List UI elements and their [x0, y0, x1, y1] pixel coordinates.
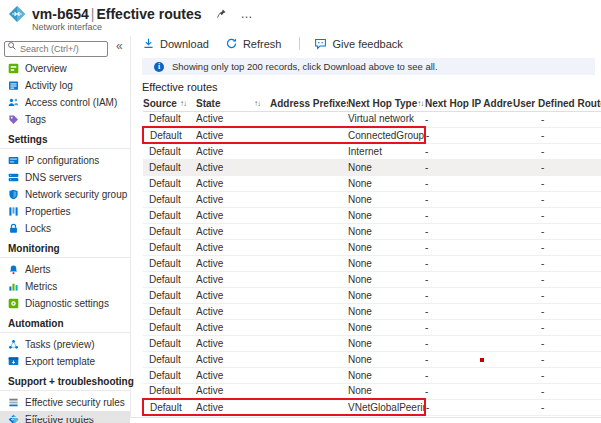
cell-next-hop-ip-address: -: [425, 143, 513, 159]
cell-address-prefixes: [270, 399, 348, 415]
cell-next-hop-type: None: [348, 351, 425, 367]
cell-state: Active: [196, 287, 270, 303]
cell-next-hop-ip-address: -: [425, 399, 513, 415]
cell-user-defined-route-name: -: [513, 111, 601, 127]
sidebar-item-access-control-iam[interactable]: Access control (IAM): [0, 94, 130, 111]
cell-next-hop-type: None: [348, 319, 425, 335]
sidebar-item-activity-log[interactable]: Activity log: [0, 77, 130, 94]
sidebar-item-locks[interactable]: Locks: [0, 220, 130, 237]
table-row: Default Active None - -: [143, 383, 601, 399]
table-row: Default Active None - -: [143, 191, 601, 207]
cell-source: Default: [143, 287, 196, 303]
cell-source: Default: [143, 207, 196, 223]
feedback-icon: [314, 37, 327, 50]
cell-user-defined-route-name: -: [513, 159, 601, 175]
cell-state: Active: [196, 335, 270, 351]
table-row: Default Active Virtual network - -: [143, 111, 601, 127]
column-header[interactable]: Address Prefixes ↑↓: [270, 96, 348, 111]
cell-source: Default: [143, 111, 196, 127]
column-header-label: Source: [143, 98, 177, 109]
cell-user-defined-route-name: -: [513, 399, 601, 415]
table-row: Default Active None - -: [143, 351, 601, 367]
resource-type-label: Network interface: [32, 22, 601, 32]
table-header-row: Source ↑↓ State ↑↓ Address Pre: [143, 96, 601, 111]
sidebar-item-alerts[interactable]: Alerts: [0, 261, 130, 278]
cell-address-prefixes: [270, 127, 348, 143]
cell-state: Active: [196, 159, 270, 175]
cell-source: Default: [143, 367, 196, 383]
column-header[interactable]: Source ↑↓: [143, 96, 196, 111]
sidebar-item-dns-servers[interactable]: DNS servers: [0, 169, 130, 186]
cell-state: Active: [196, 143, 270, 159]
column-header[interactable]: User Defined Route Name ↑↓: [513, 96, 601, 111]
table-row: Default Active None - -: [143, 287, 601, 303]
cell-address-prefixes: [270, 255, 348, 271]
cell-next-hop-ip-address: -: [425, 287, 513, 303]
column-header[interactable]: Next Hop IP Address ↑↓: [425, 96, 513, 111]
cell-address-prefixes: [270, 335, 348, 351]
sidebar-item-effective-security-rules[interactable]: Effective security rules: [0, 394, 130, 411]
export-template-icon: [8, 356, 19, 367]
cell-source: Default: [143, 255, 196, 271]
sort-icon[interactable]: ↑↓: [180, 99, 186, 108]
cell-next-hop-type: VNetGlobalPeering: [348, 399, 425, 415]
cell-next-hop-type: None: [348, 303, 425, 319]
table-row: Default Active None - -: [143, 207, 601, 223]
cell-next-hop-ip-address: -: [425, 351, 513, 367]
cell-state: Active: [196, 399, 270, 415]
activity-log-icon: [8, 80, 19, 91]
cell-address-prefixes: [270, 383, 348, 399]
ip-configurations-icon: [8, 155, 19, 166]
sidebar-item-properties[interactable]: Properties: [0, 203, 130, 220]
pin-icon[interactable]: [216, 8, 227, 21]
sidebar-item-ip-configurations[interactable]: IP configurations: [0, 152, 130, 169]
cell-address-prefixes: [270, 239, 348, 255]
column-header[interactable]: State ↑↓: [196, 96, 270, 111]
sort-icon[interactable]: ↑↓: [417, 99, 423, 108]
sidebar-item-metrics[interactable]: Metrics: [0, 278, 130, 295]
cell-state: Active: [196, 383, 270, 399]
column-header[interactable]: Next Hop Type ↑↓: [348, 96, 425, 111]
info-icon: i: [154, 62, 164, 72]
cell-next-hop-type: Internet: [348, 143, 425, 159]
download-button[interactable]: Download: [142, 37, 209, 50]
cell-user-defined-route-name: -: [513, 255, 601, 271]
sidebar-item-label: Alerts: [25, 264, 51, 275]
sidebar-item-tasks-preview[interactable]: Tasks (preview): [0, 336, 130, 353]
sidebar-item-tags[interactable]: Tags: [0, 111, 130, 128]
cell-user-defined-route-name: -: [513, 287, 601, 303]
cell-source: Default: [143, 351, 196, 367]
sidebar-item-label: Network security group: [25, 189, 127, 200]
sidebar-item-export-template[interactable]: Export template: [0, 353, 130, 370]
cell-next-hop-type: ConnectedGroup: [348, 127, 425, 143]
sidebar-item-label: IP configurations: [25, 155, 99, 166]
main-content: Download Refresh Give feedback i Showing…: [142, 36, 601, 416]
more-menu-icon[interactable]: …: [241, 8, 253, 20]
cell-state: Active: [196, 111, 270, 127]
sidebar-item-network-security-group[interactable]: Network security group: [0, 186, 130, 203]
cell-source: Default: [143, 127, 196, 143]
sidebar-item-overview[interactable]: Overview: [0, 60, 130, 77]
give-feedback-button[interactable]: Give feedback: [314, 37, 402, 50]
cell-source: Default: [143, 159, 196, 175]
cell-next-hop-ip-address: -: [425, 191, 513, 207]
tags-icon: [8, 114, 19, 125]
cell-address-prefixes: [270, 143, 348, 159]
cell-user-defined-route-name: -: [513, 383, 601, 399]
cell-source: Default: [143, 191, 196, 207]
collapse-menu-icon[interactable]: «: [116, 39, 123, 53]
search-input[interactable]: [4, 41, 108, 57]
cell-next-hop-ip-address: -: [425, 367, 513, 383]
refresh-button[interactable]: Refresh: [225, 37, 282, 50]
refresh-label: Refresh: [243, 38, 282, 50]
sidebar-item-diagnostic-settings[interactable]: Diagnostic settings: [0, 295, 130, 312]
cell-next-hop-type: None: [348, 159, 425, 175]
cell-source: Default: [143, 239, 196, 255]
cell-next-hop-type: None: [348, 335, 425, 351]
cell-next-hop-ip-address: -: [425, 303, 513, 319]
cell-user-defined-route-name: -: [513, 127, 601, 143]
cell-next-hop-ip-address: -: [425, 319, 513, 335]
table-row: Default Active None - -: [143, 175, 601, 191]
sort-icon[interactable]: ↑↓: [254, 99, 260, 108]
cell-next-hop-ip-address: -: [425, 239, 513, 255]
